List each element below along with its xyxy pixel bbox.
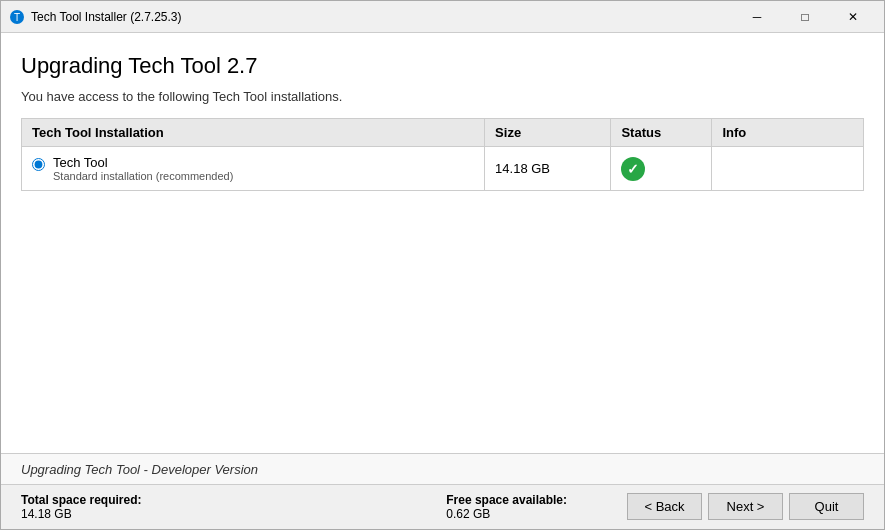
info-cell xyxy=(712,147,864,191)
status-check-icon: ✓ xyxy=(621,157,645,181)
installation-subtext: Standard installation (recommended) xyxy=(53,170,233,182)
installation-radio[interactable] xyxy=(32,158,45,171)
total-space-label: Total space required: xyxy=(21,493,141,507)
maximize-button[interactable]: □ xyxy=(782,1,828,33)
back-button[interactable]: < Back xyxy=(627,493,702,520)
col-header-size: Size xyxy=(485,119,611,147)
content-spacer xyxy=(21,191,864,453)
installation-cell: Tech Tool Standard installation (recomme… xyxy=(22,147,485,191)
free-space-label: Free space available: xyxy=(446,493,567,507)
svg-text:T: T xyxy=(14,12,20,23)
title-bar-controls: ─ □ ✕ xyxy=(734,1,876,33)
footer-buttons: < Back Next > Quit xyxy=(627,493,864,520)
page-title: Upgrading Tech Tool 2.7 xyxy=(21,53,864,79)
status-cell: ✓ xyxy=(611,147,712,191)
installation-name: Tech Tool xyxy=(53,155,233,170)
col-header-status: Status xyxy=(611,119,712,147)
title-bar: T Tech Tool Installer (2.7.25.3) ─ □ ✕ xyxy=(1,1,884,33)
title-bar-left: T Tech Tool Installer (2.7.25.3) xyxy=(9,9,182,25)
total-space-value: 14.18 GB xyxy=(21,507,141,521)
content-area: Upgrading Tech Tool 2.7 You have access … xyxy=(1,33,884,453)
app-icon: T xyxy=(9,9,25,25)
minimize-button[interactable]: ─ xyxy=(734,1,780,33)
col-header-info: Info xyxy=(712,119,864,147)
title-bar-text: Tech Tool Installer (2.7.25.3) xyxy=(31,10,182,24)
footer: Total space required: 14.18 GB Free spac… xyxy=(1,484,884,529)
close-button[interactable]: ✕ xyxy=(830,1,876,33)
free-space-value: 0.62 GB xyxy=(446,507,567,521)
size-cell: 14.18 GB xyxy=(485,147,611,191)
main-window: T Tech Tool Installer (2.7.25.3) ─ □ ✕ U… xyxy=(0,0,885,530)
status-text: Upgrading Tech Tool - Developer Version xyxy=(21,462,258,477)
table-row: Tech Tool Standard installation (recomme… xyxy=(22,147,864,191)
next-button[interactable]: Next > xyxy=(708,493,783,520)
free-space-block: Free space available: 0.62 GB xyxy=(446,493,567,521)
installation-table: Tech Tool Installation Size Status Info … xyxy=(21,118,864,191)
status-bar: Upgrading Tech Tool - Developer Version xyxy=(1,453,884,484)
space-info: Total space required: 14.18 GB xyxy=(21,493,141,521)
quit-button[interactable]: Quit xyxy=(789,493,864,520)
page-subtitle: You have access to the following Tech To… xyxy=(21,89,864,104)
total-space-block: Total space required: 14.18 GB xyxy=(21,493,141,521)
col-header-installation: Tech Tool Installation xyxy=(22,119,485,147)
